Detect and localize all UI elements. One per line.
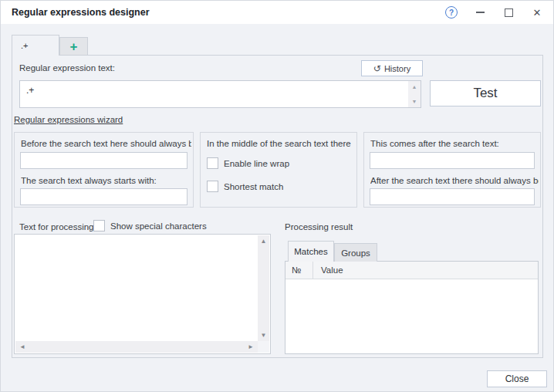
plus-icon: + <box>70 40 78 53</box>
column-header-value[interactable]: Value <box>313 262 538 279</box>
close-button[interactable]: Close <box>487 370 547 387</box>
window-title: Regular expressions designer <box>12 7 150 18</box>
maximize-button[interactable] <box>502 5 515 19</box>
add-tab-button[interactable]: + <box>59 37 88 55</box>
regex-designer-window: Regular expressions designer ? ✕ .+ + Re… <box>0 0 554 392</box>
help-icon: ? <box>445 6 458 19</box>
minimize-button[interactable] <box>473 5 487 19</box>
maximize-icon <box>505 8 513 17</box>
close-icon: ✕ <box>533 8 542 18</box>
table-header: № Value <box>285 262 538 279</box>
window-controls: ? ✕ <box>444 5 553 19</box>
tab-matches[interactable]: Matches <box>288 241 334 262</box>
tab-groups[interactable]: Groups <box>334 243 377 262</box>
column-header-number[interactable]: № <box>285 262 313 279</box>
titlebar: Regular expressions designer ? ✕ <box>1 1 553 24</box>
help-button[interactable]: ? <box>444 5 458 19</box>
minimize-icon <box>476 12 485 13</box>
close-button-titlebar[interactable]: ✕ <box>530 5 544 19</box>
tab-regex[interactable]: .+ <box>12 35 59 56</box>
matches-table: № Value <box>285 261 539 354</box>
